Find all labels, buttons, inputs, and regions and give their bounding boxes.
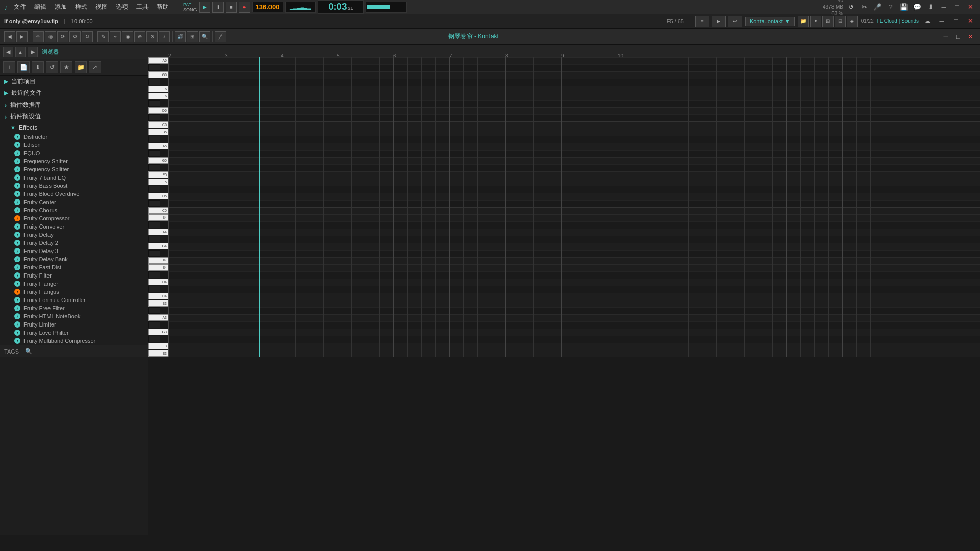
piano-keyboard[interactable]: A6G6F6E6D6C6B5A5G5F5E5D5C5B4A4G4F4E4D4C4… — [148, 57, 168, 357]
piano-key-Gs6[interactable] — [148, 64, 160, 71]
plugin-item-edison[interactable]: ♪Edison — [0, 141, 148, 149]
open-btn[interactable]: 📄 — [17, 61, 30, 73]
kontakt-channel[interactable]: Konta..ontakt ▼ — [745, 17, 795, 26]
piano-key-A4[interactable]: A4 — [148, 229, 168, 235]
select-tool[interactable]: ◎ — [45, 31, 56, 42]
export-btn[interactable]: ↗ — [89, 61, 101, 73]
plugin-item-fruity-html-notebook[interactable]: ♪Fruity HTML NoteBook — [0, 312, 148, 320]
piano-key-E3[interactable]: E3 — [148, 350, 168, 357]
piano-key-C5[interactable]: C5 — [148, 207, 168, 214]
plugin-item-fruity-multiband-comp[interactable]: ♪Fruity Multiband Compressor — [0, 337, 148, 345]
nav-up[interactable]: ▲ — [15, 47, 26, 57]
menu-style[interactable]: 样式 — [73, 2, 89, 12]
channel-tool-3[interactable]: ⊞ — [822, 16, 834, 27]
nav-forward[interactable]: ▶ — [28, 47, 38, 57]
piano-key-Gs4[interactable] — [148, 236, 160, 242]
stop-button[interactable]: ■ — [226, 2, 237, 13]
piano-key-Cs6[interactable] — [148, 114, 160, 121]
pr-minimize[interactable]: ─ — [940, 31, 951, 42]
vol-mode[interactable]: ♪ — [159, 31, 170, 42]
scissors-icon[interactable]: ✂ — [859, 2, 870, 13]
piano-key-G5[interactable]: G5 — [148, 157, 168, 164]
piano-key-B5[interactable]: B5 — [148, 129, 168, 135]
channel-btn-3[interactable]: ↩ — [728, 16, 742, 27]
tree-plugin-presets[interactable]: ♪ 插件预设值 — [0, 111, 148, 122]
piano-key-D5[interactable]: D5 — [148, 193, 168, 199]
channel-tool-4[interactable]: ⊟ — [835, 16, 846, 27]
channel-tool-1[interactable]: 📁 — [798, 16, 809, 27]
plugin-item-fruity-delay-bank[interactable]: ♪Fruity Delay Bank — [0, 255, 148, 263]
window-close[interactable]: ✕ — [965, 16, 976, 27]
nav-back[interactable]: ◀ — [3, 47, 13, 57]
redo-tool[interactable]: ↻ — [82, 31, 93, 42]
piano-key-A3[interactable]: A3 — [148, 314, 168, 321]
piano-key-Fs5[interactable] — [148, 164, 160, 171]
piano-key-Cs4[interactable] — [148, 286, 160, 292]
piano-key-As4[interactable] — [148, 221, 160, 228]
plugin-item-fruity-love-philter[interactable]: ♪Fruity Love Philter — [0, 329, 148, 337]
plugin-item-fruity-limiter[interactable]: ♪Fruity Limiter — [0, 320, 148, 329]
piano-key-F4[interactable]: F4 — [148, 257, 168, 264]
piano-key-D4[interactable]: D4 — [148, 279, 168, 285]
piano-key-Fs3[interactable] — [148, 336, 160, 342]
bpm-display[interactable]: 136.000 — [252, 2, 283, 12]
plugin-item-fruity-center[interactable]: ♪Fruity Center — [0, 198, 148, 206]
quantize-btn[interactable]: ⊞ — [187, 31, 198, 42]
piano-key-F3[interactable]: F3 — [148, 343, 168, 349]
refresh-icon[interactable]: ↺ — [845, 2, 856, 13]
plugin-item-freq-shifter[interactable]: ♪Frequency Shifter — [0, 157, 148, 165]
piano-key-G6[interactable]: G6 — [148, 71, 168, 78]
piano-key-Ds4[interactable] — [148, 271, 160, 278]
plugin-item-fruity-delay-3[interactable]: ♪Fruity Delay 3 — [0, 247, 148, 255]
menu-view[interactable]: 视图 — [93, 2, 110, 12]
zoom-btn[interactable]: 🔍 — [199, 31, 210, 42]
piano-key-D6[interactable]: D6 — [148, 107, 168, 114]
window-maximize[interactable]: □ — [950, 16, 962, 27]
menu-tools[interactable]: 工具 — [134, 2, 151, 12]
plugin-item-fruity-delay[interactable]: ♪Fruity Delay — [0, 231, 148, 239]
paint-mode[interactable]: ⌖ — [110, 31, 121, 42]
pr-nav-prev[interactable]: ◀ — [4, 31, 15, 42]
plugin-item-fruity-flanger[interactable]: ♪Fruity Flanger — [0, 280, 148, 288]
note-grid[interactable] — [168, 57, 980, 357]
save-icon[interactable]: 💾 — [898, 2, 910, 13]
plugin-item-fruity-compressor[interactable]: ♪Fruity Compressor — [0, 214, 148, 222]
plugin-item-fruity-blood-overdrive[interactable]: ♪Fruity Blood Overdrive — [0, 190, 148, 198]
plugin-item-fruity-convolver[interactable]: ♪Fruity Convolver — [0, 222, 148, 231]
pr-maximize[interactable]: □ — [952, 31, 964, 42]
piano-key-F6[interactable]: F6 — [148, 86, 168, 92]
window-minimize[interactable]: ─ — [936, 16, 947, 27]
piano-key-As3[interactable] — [148, 307, 160, 314]
preview-vol[interactable]: 🔊 — [175, 31, 186, 42]
plugin-item-fruity-chorus[interactable]: ♪Fruity Chorus — [0, 206, 148, 214]
zoom-mode[interactable]: ⊗ — [146, 31, 158, 42]
effects-header[interactable]: ▼ Effects — [0, 122, 148, 133]
tree-plugin-db[interactable]: ♪ 插件数据库 — [0, 99, 148, 111]
mic-icon[interactable]: 🎤 — [872, 2, 883, 13]
plugin-item-freq-splitter[interactable]: ♪Frequency Splitter — [0, 165, 148, 173]
channel-btn-1[interactable]: ≡ — [695, 16, 709, 27]
piano-key-Ds6[interactable] — [148, 100, 160, 107]
close-button[interactable]: ✕ — [965, 2, 976, 13]
maximize-button[interactable]: □ — [951, 2, 963, 13]
menu-file[interactable]: 文件 — [12, 2, 28, 12]
erase-mode[interactable]: ◉ — [122, 31, 133, 42]
piano-key-A6[interactable]: A6 — [148, 57, 168, 64]
pause-button[interactable]: ⏸ — [212, 2, 224, 13]
piano-key-Fs6[interactable] — [148, 79, 160, 85]
line-btn[interactable]: ╱ — [215, 31, 226, 42]
piano-key-E5[interactable]: E5 — [148, 179, 168, 185]
pr-close[interactable]: ✕ — [965, 31, 976, 42]
tree-current-project[interactable]: ▶ 当前项目 — [0, 76, 148, 87]
piano-key-As5[interactable] — [148, 136, 160, 142]
tags-search-icon[interactable]: 🔍 — [23, 346, 34, 357]
chat-icon[interactable]: 💬 — [912, 2, 923, 13]
channel-tool-2[interactable]: ✦ — [810, 16, 821, 27]
piano-key-Cs5[interactable] — [148, 200, 160, 207]
install-btn[interactable]: ⬇ — [32, 61, 44, 73]
piano-key-G4[interactable]: G4 — [148, 243, 168, 249]
piano-key-G3[interactable]: G3 — [148, 329, 168, 335]
piano-key-F5[interactable]: F5 — [148, 171, 168, 178]
piano-key-B4[interactable]: B4 — [148, 214, 168, 221]
menu-help[interactable]: 帮助 — [155, 2, 171, 12]
